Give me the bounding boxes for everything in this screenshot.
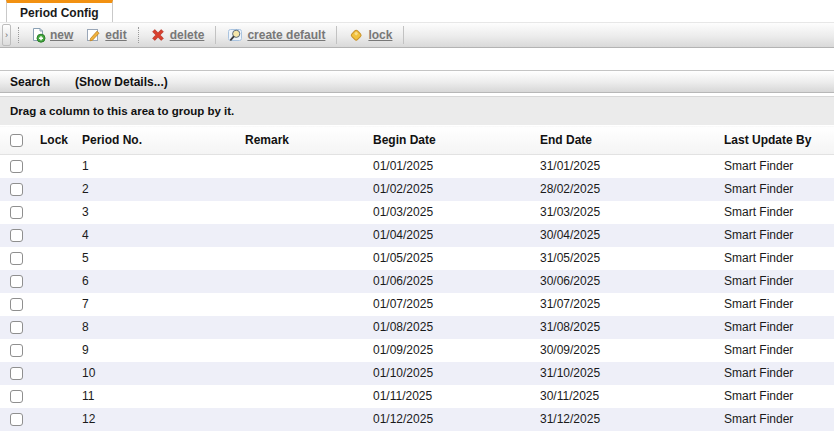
row-checkbox[interactable] [10, 298, 23, 311]
cell-end-date: 31/05/2025 [540, 247, 724, 270]
column-header-begin-date[interactable]: Begin Date [373, 126, 540, 155]
cell-begin-date: 01/12/2025 [373, 408, 540, 431]
toolbar-separator [336, 26, 337, 44]
cell-end-date: 30/04/2025 [540, 224, 724, 247]
cell-last-update-by: Smart Finder [724, 385, 834, 408]
cell-remark [245, 293, 373, 316]
cell-period-no: 4 [82, 224, 245, 247]
cell-begin-date: 01/10/2025 [373, 362, 540, 385]
cell-last-update-by: Smart Finder [724, 316, 834, 339]
cell-begin-date: 01/04/2025 [373, 224, 540, 247]
row-checkbox[interactable] [10, 344, 23, 357]
table-row[interactable]: 7 01/07/2025 31/07/2025 Smart Finder [0, 293, 834, 316]
cell-period-no: 11 [82, 385, 245, 408]
table-row[interactable]: 12 01/12/2025 31/12/2025 Smart Finder [0, 408, 834, 431]
cell-lock [34, 362, 82, 385]
cell-begin-date: 01/09/2025 [373, 339, 540, 362]
cell-remark [245, 224, 373, 247]
row-checkbox[interactable] [10, 183, 23, 196]
cell-end-date: 31/12/2025 [540, 408, 724, 431]
lock-button[interactable]: lock [344, 25, 396, 45]
group-by-area[interactable]: Drag a column to this area to group by i… [0, 96, 834, 125]
cell-end-date: 31/01/2025 [540, 155, 724, 178]
cell-lock [34, 408, 82, 431]
cell-begin-date: 01/07/2025 [373, 293, 540, 316]
cell-period-no: 6 [82, 270, 245, 293]
new-icon [30, 27, 46, 43]
cell-remark [245, 155, 373, 178]
table-body: 1 01/01/2025 31/01/2025 Smart Finder 2 0… [0, 155, 834, 431]
tab-label: Period Config [20, 6, 99, 20]
lock-button-label: lock [368, 28, 392, 42]
cell-period-no: 8 [82, 316, 245, 339]
row-checkbox[interactable] [10, 367, 23, 380]
toolbar-separator [403, 26, 404, 44]
cell-last-update-by: Smart Finder [724, 155, 834, 178]
column-header-end-date[interactable]: End Date [540, 126, 724, 155]
row-checkbox[interactable] [10, 229, 23, 242]
row-checkbox[interactable] [10, 390, 23, 403]
search-label: Search [10, 75, 50, 89]
row-checkbox[interactable] [10, 321, 23, 334]
table-row[interactable]: 9 01/09/2025 30/09/2025 Smart Finder [0, 339, 834, 362]
column-header-lock[interactable]: Lock [34, 126, 82, 155]
cell-period-no: 5 [82, 247, 245, 270]
cell-remark [245, 339, 373, 362]
lock-icon [348, 27, 364, 43]
table-row[interactable]: 4 01/04/2025 30/04/2025 Smart Finder [0, 224, 834, 247]
table-row[interactable]: 2 01/02/2025 28/02/2025 Smart Finder [0, 178, 834, 201]
cell-begin-date: 01/05/2025 [373, 247, 540, 270]
table-row[interactable]: 8 01/08/2025 31/08/2025 Smart Finder [0, 316, 834, 339]
new-button[interactable]: new [26, 25, 77, 45]
column-header-last-update-by[interactable]: Last Update By [724, 126, 834, 155]
cell-lock [34, 339, 82, 362]
select-all-checkbox[interactable] [10, 134, 23, 147]
table-row[interactable]: 11 01/11/2025 30/11/2025 Smart Finder [0, 385, 834, 408]
cell-begin-date: 01/11/2025 [373, 385, 540, 408]
cell-lock [34, 224, 82, 247]
cell-last-update-by: Smart Finder [724, 270, 834, 293]
cell-last-update-by: Smart Finder [724, 408, 834, 431]
edit-icon [85, 27, 101, 43]
toolbar-separator [18, 27, 19, 43]
cell-lock [34, 155, 82, 178]
cell-end-date: 28/02/2025 [540, 178, 724, 201]
table-row[interactable]: 3 01/03/2025 31/03/2025 Smart Finder [0, 201, 834, 224]
cell-end-date: 31/03/2025 [540, 201, 724, 224]
create-default-button[interactable]: create default [223, 25, 329, 45]
cell-last-update-by: Smart Finder [724, 293, 834, 316]
toolbar-expander-button[interactable]: › [2, 24, 11, 46]
toolbar: › new edit [0, 22, 834, 48]
row-checkbox[interactable] [10, 160, 23, 173]
create-default-button-label: create default [247, 28, 325, 42]
table-header: Lock Period No. Remark Begin Date End Da… [0, 126, 834, 155]
cell-lock [34, 385, 82, 408]
show-details-link[interactable]: (Show Details...) [75, 75, 168, 89]
cell-begin-date: 01/06/2025 [373, 270, 540, 293]
row-checkbox[interactable] [10, 275, 23, 288]
row-checkbox[interactable] [10, 206, 23, 219]
row-checkbox[interactable] [10, 413, 23, 426]
delete-button[interactable]: delete [146, 25, 209, 45]
cell-last-update-by: Smart Finder [724, 362, 834, 385]
column-header-remark[interactable]: Remark [245, 126, 373, 155]
cell-remark [245, 201, 373, 224]
cell-remark [245, 178, 373, 201]
edit-button-label: edit [105, 28, 126, 42]
table-row[interactable]: 5 01/05/2025 31/05/2025 Smart Finder [0, 247, 834, 270]
cell-begin-date: 01/03/2025 [373, 201, 540, 224]
tab-period-config[interactable]: Period Config [6, 0, 113, 22]
row-checkbox[interactable] [10, 252, 23, 265]
create-default-icon [227, 27, 243, 43]
column-header-period-no[interactable]: Period No. [82, 126, 245, 155]
period-config-page: Period Config › new [0, 0, 834, 446]
cell-last-update-by: Smart Finder [724, 247, 834, 270]
cell-remark [245, 247, 373, 270]
table-row[interactable]: 10 01/10/2025 31/10/2025 Smart Finder [0, 362, 834, 385]
cell-remark [245, 408, 373, 431]
edit-button[interactable]: edit [81, 25, 130, 45]
table-row[interactable]: 6 01/06/2025 30/06/2025 Smart Finder [0, 270, 834, 293]
cell-end-date: 30/06/2025 [540, 270, 724, 293]
table-row[interactable]: 1 01/01/2025 31/01/2025 Smart Finder [0, 155, 834, 178]
delete-button-label: delete [170, 28, 205, 42]
